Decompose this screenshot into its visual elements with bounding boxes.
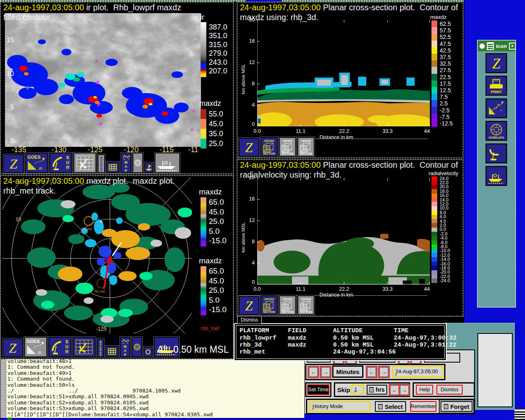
toolbar-icon-bounds[interactable]: BOUNDS [98,154,105,173]
colorbar-value: 207.0 [209,67,227,75]
svg-text:Z: Z [245,140,253,155]
colorbar-value: -12.5 [440,121,453,126]
toolbar-icon-cross[interactable]: CROSSSECTION [279,295,296,315]
colorbar-value: 279.0 [209,49,227,58]
dock-icon-print[interactable]: PRINT [486,76,507,96]
titlebar-circle-icon[interactable] [479,43,485,49]
colorbar-swatch [431,107,437,113]
colorbar-value: 55.0 [209,110,223,118]
toolbar-icon-goes[interactable]: GOES.IR [24,337,47,357]
window-icon-dock[interactable]: icon ZPRINTOVERLAYS [477,40,516,308]
select-menu-button[interactable]: Select [375,401,406,412]
dock-icon-ship[interactable] [486,166,507,186]
minutes-back-button[interactable]: ← [308,366,319,378]
icon-dock-titlebar[interactable]: icon [478,41,515,51]
window-cross-section-maxdz[interactable]: 24-aug-1997,03:05:00 Planar cross-sectio… [237,2,463,158]
toolbar-icon-zebra[interactable]: Z [3,154,24,173]
toolbar-icon-sur[interactable]: SUR [48,337,71,357]
colorbar-swatch [431,249,437,253]
terminal-scrollbar[interactable] [0,357,6,418]
colorbar-value: 25.0 [209,140,223,147]
colorbar-swatch [431,228,437,232]
toolbar-icon-zebra[interactable]: Z [2,338,23,357]
svg-text:SECTION: SECTION [282,310,294,313]
colorbar-value: 37.5 [440,54,451,60]
toolbar-icon-sur[interactable]: SUR [49,153,72,173]
table-dismiss-button[interactable]: Dismiss [237,316,262,324]
colorbar-swatch [201,129,206,139]
dismiss-button[interactable]: Dismiss [436,385,463,395]
toolbar-icon-zebra[interactable]: Z [239,138,259,157]
minutes-forward-button-2[interactable]: → [378,366,390,378]
svg-text:Z: Z [9,340,17,356]
toolbar-icon-cross[interactable]: CROSSSECTION [297,137,315,157]
toolbar-icon-grid-small[interactable] [105,346,119,357]
toolbar-icon-cross[interactable]: CROSSSECTION [297,295,315,315]
titlebar-menu-icon[interactable] [487,42,494,50]
cross-section-maxdz-plot[interactable] [257,20,430,126]
hrs-menu-button[interactable]: hrs [367,385,387,395]
window-terminal[interactable]: volume:beaufait:48>11: Command not found… [0,357,305,418]
minutes-button[interactable]: Minutes [332,365,363,378]
cs-x-tick: 11.1 [296,129,305,134]
colorbar-swatch [431,180,437,185]
history-mode-field[interactable]: History Mode^ [309,401,371,412]
toolbar-icon-buoy[interactable] [144,162,153,173]
radar-ppi-display[interactable]: rhb_met rhb_met + [2,178,192,333]
toolbar-icon-ship[interactable] [155,153,180,173]
set-time-button[interactable]: Set Time [307,384,329,395]
colorbar-value: 17.5 [440,81,451,87]
window-ir-plot[interactable]: 24-aug-1997,03:05:00 ir plot. Rhb_lowprf… [0,2,234,174]
titlebar-iconify-icon[interactable] [509,43,516,50]
window-cross-section-radialvelocity[interactable]: 24-aug-1997,03:05:00 Planar cross-sectio… [237,159,463,317]
help-button[interactable]: Help [416,385,433,395]
cs1-xlabel: Distance in km [320,135,353,140]
remember-button[interactable]: Remember [410,401,436,412]
satellite-image[interactable] [5,13,201,147]
skip-forward-button[interactable]: → [399,384,410,396]
cs-y-tick: 0 [244,122,255,127]
colorbar-swatch [431,41,437,47]
colorbar-swatch [431,266,437,270]
svg-text:SECTION: SECTION [300,310,312,313]
colorbar-swatch [431,274,437,278]
skip-field[interactable]: 1^ [351,385,364,395]
toolbar-icon-zebra[interactable]: Z [239,296,259,315]
toolbar-icon-goes[interactable]: GOES.IR [25,153,48,173]
window-radar-plot[interactable]: rhb_met rhb_met + 24-aug-1997,03:05:00 m… [0,175,234,359]
toolbar-icon-cross[interactable]: CROSSSECTION [279,137,296,157]
colorbar-value: -2.5 [440,107,450,113]
table-header: PLATFORM [240,327,269,334]
radar-colorbar2-title: maxdz [199,256,222,265]
toolbar-icon-map[interactable]: MAP [121,153,131,173]
toolbar-icon-grid[interactable] [73,153,96,173]
svg-text:CROSS: CROSS [283,298,293,301]
toolbar-icon-bounds[interactable]: BOUNDS [97,338,104,357]
toolbar-icon-cross[interactable]: CROSSSECTION [260,137,278,157]
colorbar-value: 62.5 [440,21,451,27]
toolbar-icon-grid-small[interactable] [106,162,119,173]
menu-icon [444,404,448,409]
toolbar-icon-compass[interactable] [132,337,142,357]
minutes-forward-button[interactable]: → [320,366,331,378]
forget-menu-button[interactable]: Forget [441,401,472,412]
toolbar-icon-grid[interactable] [73,337,96,357]
dock-icon-overlays[interactable]: OVERLAYS [486,121,507,141]
dock-icon-zebra[interactable]: Z [486,53,507,73]
colorbar-value: 2.5 [440,100,447,106]
dock-icon-dish[interactable] [486,144,507,163]
terminal-text[interactable]: volume:beaufait:48>11: Command not found… [7,358,213,420]
colorbar-swatch [431,100,437,107]
colorbar-swatch [431,240,437,244]
cs-y-tick: 12 [244,218,255,223]
time-field[interactable]: 24-Aug-97,3:05:00^ [392,365,444,378]
minutes-back-button-2[interactable]: ← [366,366,377,378]
terminal-line: volume:beaufait:53>xdump.all 970824.0205… [7,406,213,411]
toolbar-icon-compass[interactable] [132,153,143,173]
dock-icon-satellite[interactable] [486,98,507,118]
toolbar-icon-cross[interactable]: CROSSSECTION [260,295,278,315]
cross-section-radialvelocity-plot[interactable] [257,178,430,285]
toolbar-icon-circle[interactable] [144,347,153,357]
window-platform-table[interactable]: PLATFORMFIELDALTITUDETIMErhb_lowprfmaxdz… [234,323,447,361]
toolbar-icon-map[interactable]: MAP [120,337,130,357]
